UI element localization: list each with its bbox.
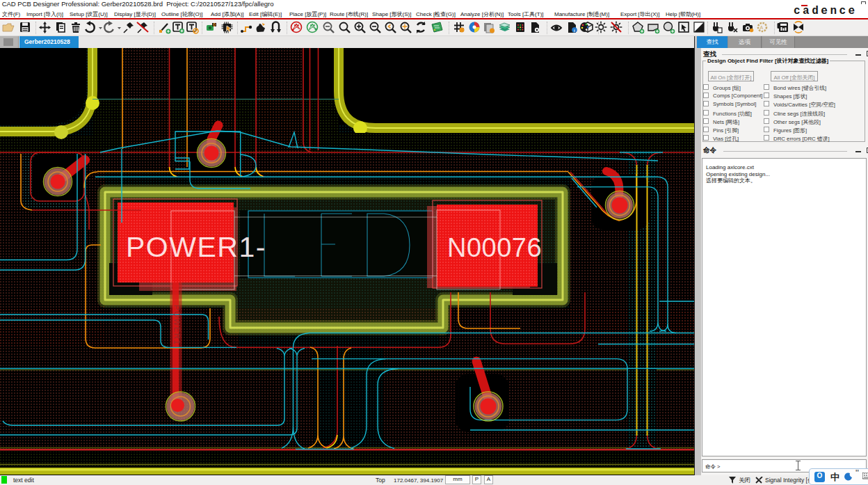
svg-text:POWER1: POWER1 [172,305,182,345]
svg-text:N00076: N00076 [447,233,542,262]
svg-text:POWER1-: POWER1- [126,231,266,263]
svg-text:0: 0 [213,22,216,27]
svg-text:A: A [760,25,764,30]
